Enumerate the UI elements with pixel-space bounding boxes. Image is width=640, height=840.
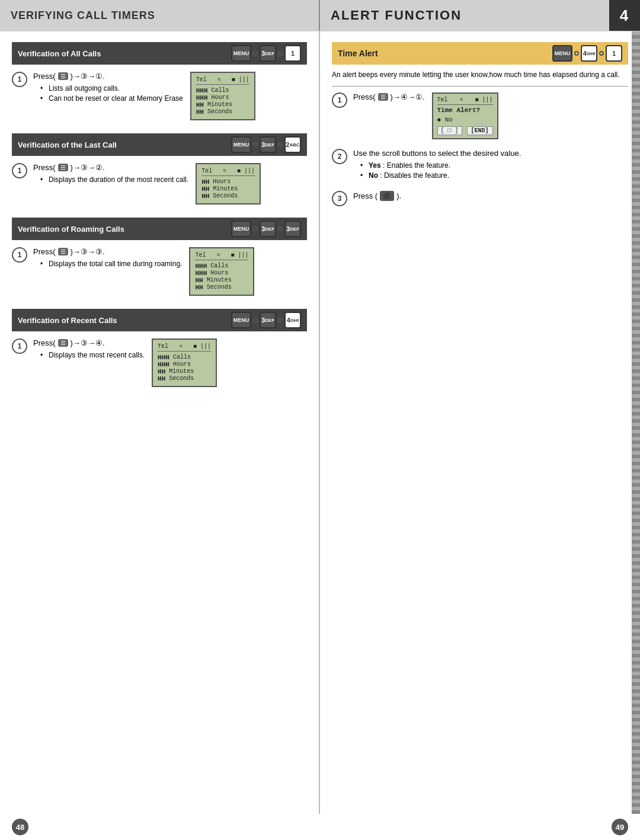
section-roaming-calls: Verification of Roaming Calls MENU 3DEF … (12, 218, 307, 296)
dot-ta (574, 51, 579, 56)
main-content: Verification of All Calls MENU 3DEF 1 1 … (0, 31, 640, 814)
section-recent-calls: Verification of Recent Calls MENU 3DEF 4… (12, 309, 307, 387)
key-1-ta: 1 (606, 45, 622, 62)
time-alert-step2: 2 Use the scroll buttons to select the d… (332, 149, 628, 181)
section-all-calls: Verification of All Calls MENU 3DEF 1 1 … (12, 42, 307, 120)
press-text: Press( (33, 72, 56, 81)
roaming-title: Verification of Roaming Calls (18, 225, 124, 234)
bullet-rec1: Displays the most recent calls. (40, 351, 145, 359)
dot2-lc (278, 142, 283, 147)
step-circle-rc1: 1 (12, 247, 27, 263)
press-text-rc: Press( (33, 247, 56, 256)
press-text-rec: Press( (33, 338, 56, 347)
end-button: [END] (467, 126, 493, 135)
section-time-alert: Time Alert MENU 4GHI 1 An alert beeps ev… (332, 42, 628, 206)
last-call-bullets: Displays the duration of the most recent… (40, 175, 188, 184)
roaming-step1: 1 Press( ☰ )→③→③. Displays the total cal… (12, 247, 307, 296)
store-icon: ⬛ (380, 191, 394, 201)
press-text-lc: Press( (33, 163, 56, 172)
key-4-ta: 4GHI (581, 45, 597, 62)
menu-icon-ta1: ☰ (378, 93, 388, 101)
left-header: VERIFYING CALL TIMERS (0, 0, 320, 31)
key-1: 1 (284, 45, 301, 62)
page-number: 4 (620, 7, 629, 25)
key-3-lc: 3DEF (260, 136, 276, 153)
section-header-time-alert: Time Alert MENU 4GHI 1 (332, 42, 628, 65)
dot-lc (253, 142, 258, 147)
step-content-ta1: Press( ☰ )→④→①. Tel≈■ ||| Time Alert? ◆ … (353, 92, 628, 139)
menu-key-lc: MENU (231, 136, 251, 153)
recent-bullets: Displays the most recent calls. (40, 351, 145, 359)
lcd-roaming: Tel≈■ ||| HHHCalls HHHHours HHMinutes HH… (189, 247, 254, 296)
top-bar: VERIFYING CALL TIMERS ALERT FUNCTION 4 (0, 0, 640, 31)
last-call-step1: 1 Press( ☰ )→③→②. Displays the duration … (12, 163, 307, 205)
key-4-rec: 4GHI (284, 312, 301, 328)
right-header: ALERT FUNCTION 4 (320, 0, 640, 31)
press-text-ta3: Press ( (353, 191, 377, 200)
press-text-ta1: Press( (353, 92, 376, 101)
step-content-lc: Press( ☰ )→③→②. Displays the duration of… (33, 163, 307, 205)
dot2-ta (599, 51, 604, 56)
bullet-2: Can not be reset or clear at Memory Eras… (40, 94, 183, 103)
recent-step1: 1 Press( ☰ )→③→④. Displays the most rece… (12, 338, 307, 387)
dot2 (278, 51, 283, 56)
step-circle-1: 1 (12, 72, 27, 87)
time-alert-step1: 1 Press( ☰ )→④→①. Tel≈■ ||| (332, 92, 628, 139)
press-line-ta3: Press ( ⬛ ). (353, 191, 628, 201)
page-num-right: 49 (612, 819, 628, 835)
all-calls-key-seq: MENU 3DEF 1 (231, 45, 301, 62)
menu-icon-inline: ☰ (58, 72, 68, 80)
bullet-rc1: Displays the total call time during roam… (40, 260, 182, 268)
key-3b-rc: 3DEF (284, 221, 301, 237)
time-alert-description: An alert beeps every minute letting the … (332, 69, 628, 80)
time-alert-key-seq: MENU 4GHI 1 (552, 45, 622, 62)
step-circle-ta2: 2 (332, 149, 347, 164)
step-content-ta3: Press ( ⬛ ). (353, 191, 628, 201)
step-circle-ta3: 3 (332, 191, 347, 206)
page-numbers-bar: 48 49 (0, 814, 640, 840)
last-call-key-seq: MENU 3DEF 2ABC (231, 136, 301, 153)
right-title: ALERT FUNCTION (331, 8, 462, 23)
all-calls-bullets: Lists all outgoing calls. Can not be res… (40, 84, 183, 103)
key-3-rc: 3DEF (260, 221, 276, 237)
menu-key: MENU (231, 45, 251, 62)
press-line: Press( ☰ )→③→①. (33, 72, 183, 81)
menu-icon-inline-rc: ☰ (58, 248, 68, 255)
section-header-all-calls: Verification of All Calls MENU 3DEF 1 (12, 42, 307, 65)
dot (253, 51, 258, 56)
dot-rec (253, 318, 258, 322)
press-line-rc: Press( ☰ )→③→③. (33, 247, 182, 256)
store-button: [ □ ] (437, 126, 462, 135)
arrow-seq-rc: )→③→③. (71, 247, 105, 256)
bullet-no: No : Disables the feature. (360, 171, 628, 180)
bullet-1: Lists all outgoing calls. (40, 84, 183, 92)
time-alert-title: Time Alert (338, 49, 378, 58)
step-circle-ta1: 1 (332, 92, 347, 108)
lcd-time-alert: Tel≈■ ||| Time Alert? ◆ No [ □ ] [END] (432, 92, 498, 139)
recent-title: Verification of Recent Calls (18, 316, 117, 325)
dot2-rc (278, 226, 283, 231)
recent-key-seq: MENU 3DEF 4GHI (231, 312, 301, 328)
page-number-box: 4 (609, 0, 640, 31)
roaming-bullets: Displays the total call time during roam… (40, 260, 182, 268)
last-call-title: Verification of the Last Call (18, 140, 117, 149)
section-header-recent: Verification of Recent Calls MENU 3DEF 4… (12, 309, 307, 331)
press-end-ta3: ). (396, 191, 401, 200)
arrow-seq-rec: )→③→④. (71, 338, 105, 347)
key-2-lc: 2ABC (284, 136, 301, 153)
arrow-seq-lc: )→③→②. (71, 163, 105, 172)
lcd-all-calls: Tel≈■ ||| HHHCalls HHHHours HHMinutes HH… (190, 72, 255, 120)
step2-text: Use the scroll buttons to select the des… (353, 149, 628, 158)
step-content-ta2: Use the scroll buttons to select the des… (353, 149, 628, 181)
menu-icon-inline-lc: ☰ (58, 164, 68, 171)
dot-rc (253, 226, 258, 231)
bullet-lc1: Displays the duration of the most recent… (40, 175, 188, 184)
step-content-rc: Press( ☰ )→③→③. Displays the total call … (33, 247, 307, 296)
lcd-last-call: Tel≈■ ||| HHHours HHMinutes HHSeconds (196, 163, 261, 205)
right-panel: Time Alert MENU 4GHI 1 An alert beeps ev… (320, 31, 640, 814)
lcd-recent: Tel≈■ ||| HHHCalls HHHHours HHMinutes HH… (152, 338, 217, 387)
dot2-rec (278, 318, 283, 322)
roaming-key-seq: MENU 3DEF 3DEF (231, 221, 301, 237)
menu-key-rec: MENU (231, 312, 251, 328)
all-calls-step1: 1 Press( ☰ )→③→①. Lists all outgoing cal… (12, 72, 307, 120)
